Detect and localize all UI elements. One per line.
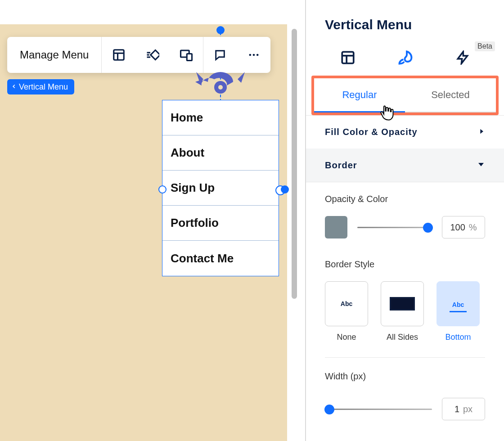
top-strip — [0, 0, 305, 24]
state-tabs-highlight: Regular Selected — [311, 76, 499, 115]
design-panel: Vertical Menu Beta Regular Selected Fill… — [305, 0, 504, 441]
scrollbar-track[interactable] — [292, 29, 297, 299]
menu-item-home[interactable]: Home — [162, 100, 279, 135]
site-logo[interactable] — [194, 68, 247, 104]
opacity-slider[interactable] — [357, 227, 432, 228]
svg-rect-8 — [187, 54, 192, 61]
svg-marker-18 — [480, 129, 483, 134]
vertical-menu-widget[interactable]: Home About Sign Up Portfolio Contact Me — [162, 100, 279, 276]
more-icon[interactable] — [237, 37, 270, 73]
comment-icon[interactable] — [203, 37, 237, 73]
scrollbar-thumb[interactable] — [292, 29, 297, 299]
animation-icon[interactable] — [135, 37, 169, 73]
abc-text: Abc — [341, 300, 352, 307]
all-sides-rect-icon — [390, 297, 415, 310]
svg-point-9 — [249, 54, 251, 56]
opacity-unit: % — [469, 222, 477, 233]
style-none-caption: None — [337, 333, 356, 342]
section-border[interactable]: Border — [306, 148, 504, 182]
border-section-body: Opacity & Color 100 % Border Style Abc N… — [306, 182, 504, 434]
opacity-value: 100 — [450, 222, 465, 233]
beta-badge: Beta — [475, 41, 495, 51]
svg-marker-17 — [458, 52, 467, 64]
chevron-left-icon — [11, 82, 17, 92]
svg-rect-6 — [151, 50, 159, 59]
element-toolbar: Manage Menu — [7, 37, 270, 73]
style-all-caption: All Sides — [387, 333, 418, 342]
svg-marker-19 — [478, 163, 484, 166]
tab-interactions-icon[interactable] — [455, 50, 470, 67]
menu-item-signup[interactable]: Sign Up — [162, 171, 279, 206]
chevron-right-icon — [478, 127, 485, 137]
chevron-down-icon — [477, 160, 485, 171]
editor-canvas-area: Manage Menu Vertical Menu — [0, 0, 305, 441]
tab-design-icon[interactable] — [397, 50, 414, 68]
width-value: 1 — [454, 404, 459, 414]
opacity-value-input[interactable]: 100 % — [442, 216, 485, 238]
svg-rect-14 — [342, 52, 354, 63]
border-width-label: Width (px) — [325, 371, 485, 382]
panel-title: Vertical Menu — [306, 0, 504, 45]
section-fill-label: Fill Color & Opacity — [325, 127, 418, 137]
svg-point-10 — [253, 54, 255, 56]
border-style-none[interactable]: Abc None — [325, 281, 368, 342]
resize-handle-right[interactable] — [275, 185, 289, 194]
width-slider[interactable] — [325, 409, 432, 410]
style-bottom-caption: Bottom — [445, 333, 471, 342]
menu-item-about[interactable]: About — [162, 135, 279, 171]
tab-layout-icon[interactable] — [340, 50, 356, 67]
border-style-bottom[interactable]: Abc Bottom — [436, 281, 480, 342]
state-tabs: Regular Selected — [314, 78, 496, 112]
width-unit: px — [463, 404, 472, 414]
width-value-input[interactable]: 1 px — [442, 398, 485, 420]
menu-item-contact[interactable]: Contact Me — [162, 241, 279, 276]
responsive-icon[interactable] — [169, 37, 203, 73]
divider — [325, 357, 485, 358]
section-border-label: Border — [325, 160, 357, 171]
opacity-color-label: Opacity & Color — [325, 194, 485, 204]
opacity-slider-thumb[interactable] — [423, 223, 433, 233]
svg-point-11 — [256, 54, 259, 56]
svg-point-13 — [218, 85, 223, 90]
breadcrumb-label: Vertical Menu — [19, 82, 68, 92]
layout-icon[interactable] — [102, 37, 135, 73]
menu-item-portfolio[interactable]: Portfolio — [162, 206, 279, 241]
cursor-hand-icon — [379, 104, 395, 123]
svg-rect-0 — [114, 50, 124, 60]
tab-selected[interactable]: Selected — [405, 78, 496, 112]
border-style-all-sides[interactable]: All Sides — [381, 281, 424, 342]
breadcrumb-chip[interactable]: Vertical Menu — [7, 79, 74, 94]
section-fill[interactable]: Fill Color & Opacity — [306, 115, 504, 148]
design-mode-tabs: Beta — [306, 45, 504, 72]
resize-handle-left[interactable] — [158, 185, 166, 194]
border-style-label: Border Style — [325, 259, 485, 270]
width-slider-thumb[interactable] — [324, 405, 334, 414]
manage-menu-button[interactable]: Manage Menu — [7, 37, 102, 73]
abc-text-blue: Abc — [450, 296, 467, 312]
border-color-swatch[interactable] — [325, 216, 347, 238]
